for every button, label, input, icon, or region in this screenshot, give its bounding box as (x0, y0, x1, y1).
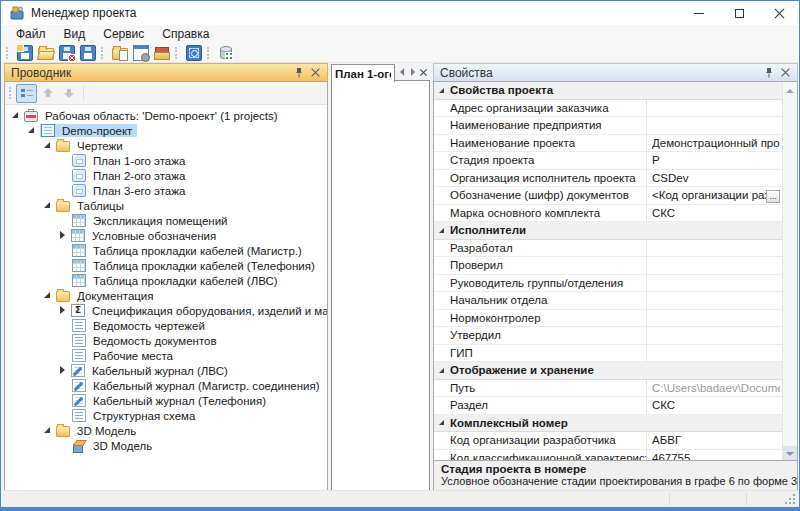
open-project-button[interactable] (35, 43, 56, 62)
folder-icon (56, 201, 70, 212)
group-view-button[interactable] (16, 84, 37, 103)
tree-item[interactable]: Кабельный журнал (Телефония) (5, 393, 327, 408)
property-group[interactable]: Исполнители (434, 222, 782, 240)
tree-item[interactable]: 3D Модель (5, 438, 327, 453)
tree-item[interactable]: План 3-его этажа (5, 183, 327, 198)
document-tab-label: План 1-ого этажа (335, 68, 391, 80)
expander-icon[interactable] (58, 231, 67, 240)
property-group[interactable]: Отображение и хранение (434, 362, 782, 380)
tree-item[interactable]: Кабельный журнал (Магистр. соединения) (5, 378, 327, 393)
export-button[interactable] (109, 43, 130, 62)
property-group[interactable]: Комплексный номер (434, 415, 782, 433)
scroll-up-button[interactable] (783, 83, 797, 98)
property-row[interactable]: Адрес организации заказчика (434, 100, 782, 118)
tree-item-folder[interactable]: Таблицы (5, 198, 327, 213)
tree-item[interactable]: Кабельный журнал (ЛВС) (5, 363, 327, 378)
document-tab[interactable]: План 1-ого этажа (331, 64, 395, 82)
properties-header: Свойства (433, 63, 798, 81)
property-row[interactable]: Утвердил (434, 327, 782, 345)
menu-service[interactable]: Сервис (94, 25, 153, 43)
close-button[interactable] (759, 1, 799, 25)
chevron-up-icon (786, 89, 794, 93)
scroll-down-button[interactable] (783, 446, 797, 461)
pin-button[interactable] (761, 66, 777, 80)
tree-item[interactable]: Таблица прокладки кабелей (Телефония) (5, 258, 327, 273)
folder-icon (56, 426, 70, 437)
new-project-button[interactable] (14, 43, 35, 62)
explorer-title: Проводник (11, 66, 291, 80)
tree-item[interactable]: План 2-ого этажа (5, 168, 327, 183)
expander-icon[interactable] (58, 306, 67, 315)
tree-item[interactable]: Экспликация помещений (5, 213, 327, 228)
property-row[interactable]: Разработал (434, 240, 782, 258)
tree-item[interactable]: Условные обозначения (5, 228, 327, 243)
expander-icon[interactable] (43, 201, 52, 210)
property-row[interactable]: Стадия проектаР (434, 152, 782, 170)
expander-icon[interactable] (11, 111, 20, 120)
tree-item[interactable]: Ведомость чертежей (5, 318, 327, 333)
maximize-button[interactable] (719, 1, 759, 25)
tab-scroll-left-button[interactable] (396, 65, 407, 79)
tree-item[interactable]: Спецификация оборудования, изделий и мат… (5, 303, 327, 318)
ellipsis-button[interactable]: ... (766, 190, 780, 203)
properties-panel: Свойства Свойства проекта Адрес организа… (433, 63, 798, 491)
pin-button[interactable] (291, 66, 307, 80)
tree-item[interactable]: План 1-ого этажа (5, 153, 327, 168)
expander-icon[interactable] (43, 141, 52, 150)
project-tree: Рабочая область: 'Demo-проект' (1 projec… (5, 105, 327, 490)
tree-item-project[interactable]: Demo-проект (5, 123, 327, 138)
archive-button[interactable] (151, 43, 172, 62)
document-page[interactable] (331, 80, 430, 491)
property-row[interactable]: Нормоконтролер (434, 310, 782, 328)
property-row[interactable]: ГИП (434, 345, 782, 363)
expander-icon[interactable] (43, 426, 52, 435)
property-row[interactable]: ПутьC:\Users\badaev\Documents\Пр (434, 380, 782, 398)
property-row[interactable]: Обозначение (шифр) документов<Код органи… (434, 187, 782, 205)
property-group[interactable]: Свойства проекта (434, 82, 782, 100)
menu-file[interactable]: Файл (7, 25, 55, 43)
resize-grip[interactable] (793, 502, 795, 504)
close-project-button[interactable] (56, 43, 77, 62)
property-row[interactable]: Организация исполнитель проектаCSDev (434, 170, 782, 188)
document-icon (72, 319, 86, 332)
property-row[interactable]: Код организации разработчикаАБВГ (434, 432, 782, 450)
tree-item[interactable]: Таблица прокладки кабелей (Магистр.) (5, 243, 327, 258)
save-project-button[interactable] (77, 43, 98, 62)
property-row[interactable]: Руководитель группы/отделения (434, 275, 782, 293)
archive-icon (154, 45, 170, 61)
tree-item-folder[interactable]: 3D Модель (5, 423, 327, 438)
tab-close-button[interactable] (418, 65, 429, 79)
menu-help[interactable]: Справка (153, 25, 218, 43)
minimize-button[interactable] (679, 1, 719, 25)
tree-item-folder[interactable]: Чертежи (5, 138, 327, 153)
property-row[interactable]: Наименование проектаДемонстрационный про… (434, 135, 782, 153)
property-row[interactable]: Наименование предприятия (434, 117, 782, 135)
property-row[interactable]: Проверил (434, 257, 782, 275)
tree-item[interactable]: Структурная схема (5, 408, 327, 423)
toolbar-grip (175, 47, 179, 59)
properties-close-button[interactable] (777, 66, 793, 80)
expander-icon[interactable] (27, 126, 36, 135)
tree-item[interactable]: Ведомость документов (5, 333, 327, 348)
menu-view[interactable]: Вид (55, 25, 95, 43)
cad-sync-icon (186, 45, 202, 61)
tab-scroll-right-button[interactable] (407, 65, 418, 79)
property-row[interactable]: РазделСКС (434, 397, 782, 415)
tree-item-workspace[interactable]: Рабочая область: 'Demo-проект' (1 projec… (5, 108, 327, 123)
scrollbar[interactable] (782, 82, 797, 462)
expander-icon[interactable] (58, 366, 67, 375)
workspace-icon (24, 111, 38, 122)
expander-icon[interactable] (43, 291, 52, 300)
tree-item-folder[interactable]: Документация (5, 288, 327, 303)
explorer-close-button[interactable] (307, 66, 323, 80)
project-settings-button[interactable] (130, 43, 151, 62)
property-row[interactable]: Начальник отдела (434, 292, 782, 310)
tree-item[interactable]: Таблица прокладки кабелей (ЛВС) (5, 273, 327, 288)
move-up-button[interactable] (37, 84, 58, 103)
move-down-button[interactable] (58, 84, 79, 103)
database-add-button[interactable] (215, 43, 236, 62)
cad-sync-button[interactable] (183, 43, 204, 62)
property-row[interactable]: Марка основного комплектаСКС (434, 205, 782, 223)
tree-item[interactable]: Рабочие места (5, 348, 327, 363)
close-icon (420, 69, 427, 76)
